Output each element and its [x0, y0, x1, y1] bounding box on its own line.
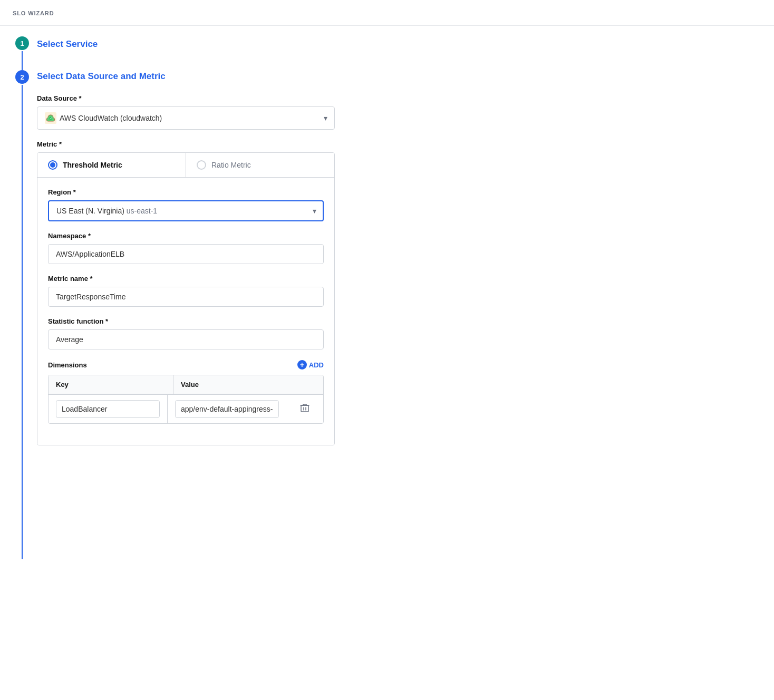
step-1-row: 1 Select Service	[15, 36, 335, 70]
wizard-title: SLO WIZARD	[13, 10, 54, 16]
ratio-tab-label: Ratio Metric	[211, 161, 251, 169]
region-group: Region * US East (N. Virginia) us-east-1…	[48, 188, 324, 221]
metric-tabs-header: Threshold Metric Ratio Metric	[37, 153, 334, 178]
steps-nav: 1 Select Service 2 Select Data Source an…	[15, 36, 335, 559]
dimensions-table: Key Value	[48, 375, 324, 424]
svg-rect-2	[301, 405, 308, 412]
metric-name-group: Metric name *	[48, 275, 324, 307]
dim-value-cell	[168, 395, 286, 423]
dim-col-key-header: Key	[49, 375, 173, 394]
dimensions-section: Dimensions + ADD	[48, 360, 324, 424]
dim-value-input[interactable]	[175, 400, 279, 418]
dim-delete-button[interactable]	[293, 403, 317, 415]
step-2-row: 2 Select Data Source and Metric Data Sou…	[15, 70, 335, 559]
data-source-select-wrapper: AWS CloudWatch (cloudwatch) ▾	[37, 106, 335, 130]
form-body: Data Source *	[37, 94, 335, 445]
ratio-radio[interactable]	[197, 160, 206, 170]
step-2-connector	[22, 85, 23, 559]
region-select-wrapper: US East (N. Virginia) us-east-1 ▾	[48, 200, 324, 221]
namespace-label: Namespace *	[48, 232, 324, 240]
step-2-badge: 2	[15, 70, 29, 84]
dim-key-cell	[49, 395, 168, 423]
step-1-badge: 1	[15, 36, 29, 50]
page-wrapper: SLO WIZARD 1 Select Service 2	[0, 0, 774, 700]
namespace-group: Namespace *	[48, 232, 324, 264]
metric-name-input[interactable]	[48, 287, 324, 307]
data-source-value: AWS CloudWatch (cloudwatch)	[60, 114, 162, 122]
region-label: Region *	[48, 188, 324, 196]
statistic-function-group: Statistic function *	[48, 317, 324, 349]
add-dimension-button[interactable]: + ADD	[297, 360, 324, 370]
metric-group: Metric * Threshold Metric	[37, 140, 335, 445]
step-1-connector	[22, 51, 23, 70]
step-2-icon-col: 2	[15, 70, 30, 559]
statistic-function-input[interactable]	[48, 329, 324, 349]
metric-name-label: Metric name *	[48, 275, 324, 283]
trash-icon	[300, 403, 309, 413]
threshold-radio[interactable]	[48, 160, 57, 170]
main-layout: 1 Select Service 2 Select Data Source an…	[0, 26, 774, 570]
step-2-text: Select Data Source and Metric Data Sourc…	[37, 70, 335, 456]
dim-col-value-header: Value	[173, 375, 298, 394]
metric-tabs-container: Threshold Metric Ratio Metric	[37, 152, 335, 445]
step-1-icon-col: 1	[15, 36, 30, 70]
step-2-label[interactable]: Select Data Source and Metric	[37, 70, 335, 82]
top-bar: SLO WIZARD	[0, 0, 774, 26]
metric-label: Metric *	[37, 140, 335, 148]
tab-ratio-metric[interactable]: Ratio Metric	[186, 153, 334, 177]
statistic-function-label: Statistic function *	[48, 317, 324, 325]
step-1-label[interactable]: Select Service	[37, 38, 335, 50]
table-row	[49, 394, 323, 423]
cloudwatch-icon	[45, 112, 56, 124]
data-source-label: Data Source *	[37, 94, 335, 102]
region-select[interactable]: US East (N. Virginia) us-east-1	[48, 200, 324, 221]
dimensions-label: Dimensions	[48, 361, 87, 369]
add-icon: +	[297, 360, 307, 370]
dimensions-header: Dimensions + ADD	[48, 360, 324, 370]
step-1-text: Select Service	[37, 36, 335, 56]
metric-tab-body: Region * US East (N. Virginia) us-east-1…	[37, 178, 334, 445]
add-label: ADD	[309, 361, 324, 369]
threshold-radio-inner	[50, 162, 55, 168]
region-value: US East (N. Virginia) us-east-1	[56, 207, 157, 215]
namespace-input[interactable]	[48, 244, 324, 264]
data-source-select[interactable]: AWS CloudWatch (cloudwatch)	[37, 106, 335, 130]
threshold-tab-label: Threshold Metric	[63, 161, 122, 169]
dimensions-table-header: Key Value	[49, 375, 323, 394]
tab-threshold-metric[interactable]: Threshold Metric	[37, 153, 186, 177]
dim-delete-col	[286, 403, 323, 415]
data-source-group: Data Source *	[37, 94, 335, 130]
dim-key-input[interactable]	[56, 400, 160, 418]
